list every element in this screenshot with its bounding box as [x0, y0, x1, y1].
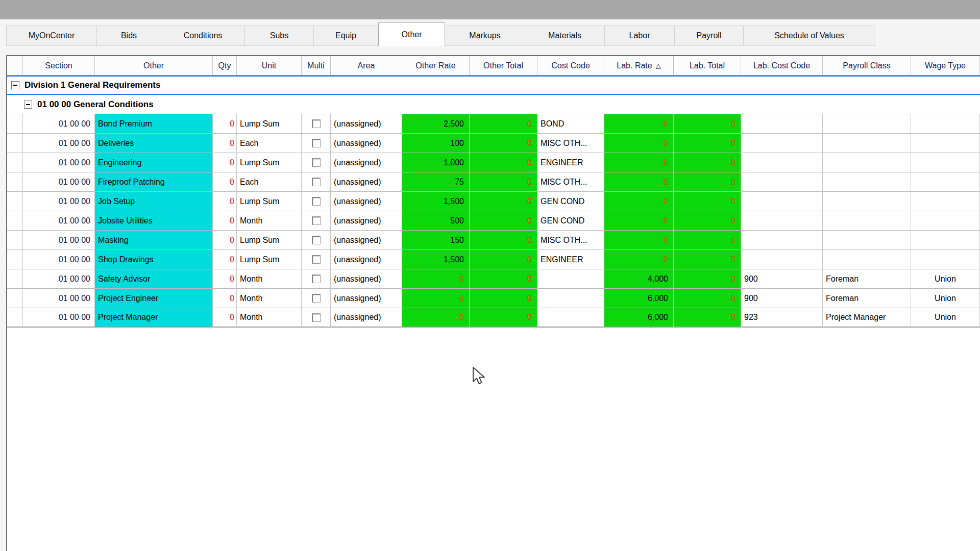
cell-other-total[interactable]: 0	[470, 308, 537, 328]
cell-lab-cost-code[interactable]	[741, 231, 823, 250]
cell-cost-code[interactable]: MISC OTH...	[537, 172, 604, 192]
cell-section[interactable]: 01 00 00	[23, 114, 95, 134]
cell-payroll-class[interactable]	[823, 153, 911, 172]
cell-qty[interactable]: 0	[213, 192, 237, 211]
multi-checkbox[interactable]	[312, 158, 321, 167]
cell-lab-total[interactable]: 0	[674, 269, 741, 289]
table-row[interactable]: 01 00 00Fireproof Patching0Each(unassign…	[7, 172, 980, 192]
column-header-payroll-class[interactable]: Payroll Class	[823, 56, 911, 75]
cell-cost-code[interactable]	[537, 289, 604, 308]
cell-unit[interactable]: Lump Sum	[237, 231, 302, 250]
cell-area[interactable]: (unassigned)	[331, 250, 402, 269]
cell-qty[interactable]: 0	[213, 250, 237, 269]
cell-other-rate[interactable]: 1,000	[402, 153, 470, 172]
row-selector[interactable]	[7, 269, 23, 289]
row-selector[interactable]	[7, 134, 23, 153]
column-header-other[interactable]: Other	[95, 56, 213, 75]
table-row[interactable]: 01 00 00Job Setup0Lump Sum(unassigned)1,…	[7, 192, 980, 211]
row-selector[interactable]	[7, 211, 23, 231]
cell-other-total[interactable]: 0	[470, 153, 537, 172]
cell-lab-cost-code[interactable]	[741, 114, 823, 134]
cell-cost-code[interactable]	[537, 308, 604, 328]
cell-lab-total[interactable]: 0	[674, 308, 741, 328]
table-row[interactable]: 01 00 00Masking0Lump Sum(unassigned)1500…	[7, 231, 980, 250]
cell-lab-cost-code[interactable]	[741, 153, 823, 172]
cell-section[interactable]: 01 00 00	[23, 250, 95, 269]
cell-qty[interactable]: 0	[213, 134, 237, 153]
cell-lab-total[interactable]: 0	[674, 114, 741, 134]
cell-payroll-class[interactable]: Foreman	[823, 289, 911, 308]
multi-checkbox[interactable]	[312, 294, 321, 303]
cell-multi[interactable]	[302, 231, 331, 250]
cell-lab-rate[interactable]: 0	[604, 250, 674, 269]
cell-other[interactable]: Deliveries	[95, 134, 213, 153]
cell-lab-rate[interactable]: 6,000	[604, 308, 674, 328]
cell-multi[interactable]	[302, 192, 331, 211]
cell-area[interactable]: (unassigned)	[331, 211, 402, 231]
cell-section[interactable]: 01 00 00	[23, 269, 95, 289]
row-selector[interactable]	[7, 114, 23, 134]
division-group-row[interactable]: Division 1 General Requirements	[7, 76, 980, 95]
cell-payroll-class[interactable]	[823, 114, 911, 134]
cell-unit[interactable]: Each	[237, 134, 302, 153]
multi-checkbox[interactable]	[312, 139, 321, 147]
table-row[interactable]: 01 00 00Bond Premium0Lump Sum(unassigned…	[7, 114, 980, 134]
cell-other-rate[interactable]: 0	[402, 289, 470, 308]
cell-other-rate[interactable]: 100	[402, 134, 470, 153]
cell-area[interactable]: (unassigned)	[331, 269, 402, 289]
cell-qty[interactable]: 0	[213, 289, 237, 308]
cell-payroll-class[interactable]	[823, 211, 911, 231]
cell-other[interactable]: Masking	[95, 231, 213, 250]
row-selector[interactable]	[7, 231, 23, 250]
cell-cost-code[interactable]: ENGINEER	[537, 153, 604, 172]
cell-other-rate[interactable]: 500	[402, 211, 470, 231]
cell-wage-type[interactable]	[911, 172, 980, 192]
tab-schedule-of-values[interactable]: Schedule of Values	[744, 26, 875, 46]
table-row[interactable]: 01 00 00Safety Advisor0Month(unassigned)…	[7, 269, 980, 289]
cell-multi[interactable]	[302, 250, 331, 269]
column-header-section[interactable]: Section	[23, 56, 95, 75]
cell-other-total[interactable]: 0	[470, 192, 537, 211]
tab-equip[interactable]: Equip	[314, 26, 378, 46]
cell-area[interactable]: (unassigned)	[331, 192, 402, 211]
cell-unit[interactable]: Month	[237, 289, 302, 308]
cell-other[interactable]: Bond Premium	[95, 114, 213, 134]
cell-qty[interactable]: 0	[213, 211, 237, 231]
cell-unit[interactable]: Lump Sum	[237, 114, 302, 134]
section-group-row[interactable]: 01 00 00 General Conditions	[7, 95, 980, 114]
row-selector[interactable]	[7, 172, 23, 192]
cell-lab-cost-code[interactable]	[741, 192, 823, 211]
cell-lab-cost-code[interactable]: 923	[741, 308, 823, 328]
column-header-multi[interactable]: Multi	[302, 56, 331, 75]
cell-other-rate[interactable]: 75	[402, 172, 470, 192]
cell-unit[interactable]: Month	[237, 269, 302, 289]
row-selector[interactable]	[7, 250, 23, 269]
multi-checkbox[interactable]	[312, 178, 321, 186]
cell-multi[interactable]	[302, 269, 331, 289]
column-header-cost-code[interactable]: Cost Code	[537, 56, 604, 75]
table-row[interactable]: 01 00 00Deliveries0Each(unassigned)1000M…	[7, 134, 980, 153]
collapse-minus-icon[interactable]	[24, 101, 32, 109]
cell-lab-cost-code[interactable]	[741, 250, 823, 269]
cell-payroll-class[interactable]	[823, 172, 911, 192]
row-selector[interactable]	[7, 289, 23, 308]
table-row[interactable]: 01 00 00Jobsite Utilities0Month(unassign…	[7, 211, 980, 231]
cell-lab-total[interactable]: 0	[674, 211, 741, 231]
cell-lab-cost-code[interactable]: 900	[741, 289, 823, 308]
cell-unit[interactable]: Lump Sum	[237, 153, 302, 172]
cell-lab-rate[interactable]: 0	[604, 231, 674, 250]
cell-cost-code[interactable]	[537, 269, 604, 289]
cell-multi[interactable]	[302, 172, 331, 192]
cell-area[interactable]: (unassigned)	[331, 153, 402, 172]
cell-multi[interactable]	[302, 289, 331, 308]
cell-other-rate[interactable]: 2,500	[402, 114, 470, 134]
column-header-other-total[interactable]: Other Total	[470, 56, 537, 75]
column-header-lab-cost-code[interactable]: Lab. Cost Code	[741, 56, 823, 75]
column-header-lab-rate[interactable]: Lab. Rate△	[604, 56, 674, 75]
multi-checkbox[interactable]	[312, 236, 321, 244]
cell-cost-code[interactable]: MISC OTH...	[537, 231, 604, 250]
cell-qty[interactable]: 0	[213, 172, 237, 192]
cell-area[interactable]: (unassigned)	[331, 172, 402, 192]
cell-cost-code[interactable]: GEN COND	[537, 211, 604, 231]
cell-area[interactable]: (unassigned)	[331, 114, 402, 134]
